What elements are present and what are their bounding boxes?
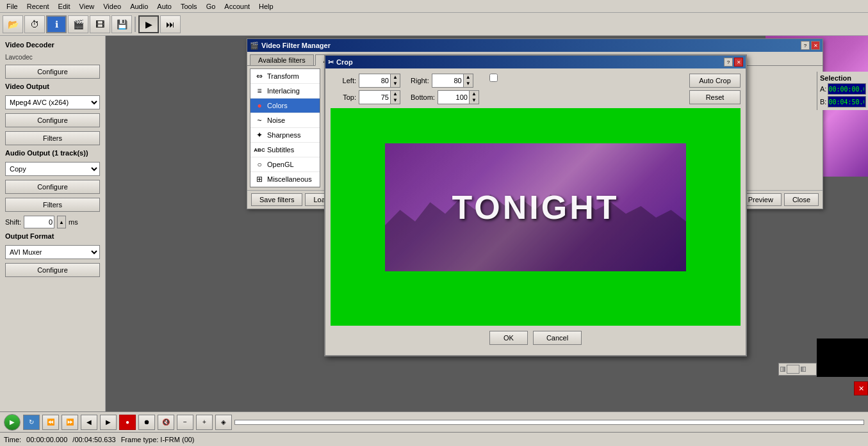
vfm-help-button[interactable]: ? [801, 41, 810, 50]
mute-button[interactable]: 🔇 [158, 415, 174, 430]
menu-audio[interactable]: Audio [126, 1, 152, 12]
tab-available-filters[interactable]: Available filters [250, 54, 314, 65]
filter-subtitles-label: Subtitles [267, 146, 294, 154]
filter-colors[interactable]: ● Colors [250, 99, 320, 113]
audio-select[interactable]: Copy [5, 162, 100, 176]
filter-sidebar: ⇔ Transform ≡ Interlacing ● Colors ~ Noi… [250, 68, 320, 187]
top-input[interactable] [359, 91, 390, 104]
configure-output-button[interactable]: Configure [5, 113, 100, 127]
shift-input[interactable] [24, 216, 54, 228]
bottom-input-wrap: ▲ ▼ [438, 90, 479, 104]
top-label: Top: [331, 93, 356, 101]
export-button[interactable]: 💾 [111, 15, 132, 33]
save-filters-button[interactable]: Save filters [251, 193, 302, 206]
filter-opengl[interactable]: ○ OpenGL [250, 157, 320, 172]
ms-label: ms [69, 218, 78, 226]
bookmark-button[interactable]: ◈ [215, 415, 232, 430]
rec-button[interactable]: ● [119, 415, 136, 430]
reset-button[interactable]: Reset [689, 90, 741, 104]
filter-interlacing-label: Interlacing [267, 87, 300, 95]
film-button[interactable]: 🎞 [90, 15, 110, 33]
volume-thumb[interactable] [787, 365, 799, 374]
format-select[interactable]: AVI Muxer [5, 245, 100, 259]
right-input[interactable] [432, 74, 463, 87]
top-spin-down[interactable]: ▼ [391, 97, 400, 104]
bottom-input[interactable] [438, 91, 469, 104]
configure-audio-button[interactable]: Configure [5, 180, 100, 194]
segment-button[interactable]: ⏺ [138, 415, 155, 430]
forward5s-button[interactable]: ⏩ [61, 415, 78, 430]
filter-subtitles[interactable]: ABC Subtitles [250, 143, 320, 157]
right-spin: ▲ ▼ [463, 74, 473, 87]
configure-format-button[interactable]: Configure [5, 263, 100, 277]
menu-help[interactable]: Help [255, 1, 277, 12]
crop-help-button[interactable]: ? [724, 58, 733, 67]
open-button[interactable]: 📂 [3, 15, 23, 33]
vfm-body: ⇔ Transform ≡ Interlacing ● Colors ~ Noi… [247, 66, 823, 190]
a-input[interactable] [828, 83, 866, 95]
left-input[interactable] [359, 74, 390, 87]
top-spin-up[interactable]: ▲ [391, 91, 400, 97]
statusbar: Time: 00:00:00.000 /00:04:50.633 Frame t… [0, 432, 868, 446]
menu-auto[interactable]: Auto [153, 1, 176, 12]
audio-filters-button[interactable]: Filters [5, 198, 100, 212]
recent-button[interactable]: ⏱ [24, 15, 45, 33]
loop-ctrl-button[interactable]: ↻ [23, 415, 40, 430]
back5s-button[interactable]: ⏪ [42, 415, 59, 430]
vol-down-button[interactable]: − [177, 415, 193, 430]
menu-account[interactable]: Account [220, 1, 254, 12]
filter-transform[interactable]: ⇔ Transform [250, 69, 320, 84]
b-label: B: [820, 98, 826, 106]
bottom-spin: ▲ ▼ [469, 91, 479, 104]
close-red-button[interactable]: ✕ [854, 381, 868, 395]
back1f-button[interactable]: ◀ [81, 415, 97, 430]
noise-icon: ~ [254, 115, 265, 125]
shift-spin[interactable]: ▲ [57, 216, 66, 228]
vfm-close-button[interactable]: ✕ [811, 41, 820, 50]
bottom-spin-up[interactable]: ▲ [470, 91, 479, 97]
selection-panel: Selection A: B: [817, 72, 868, 110]
skip-button[interactable]: ⏭ [160, 15, 181, 33]
menu-video[interactable]: Video [99, 1, 125, 12]
close-vfm-button[interactable]: Close [784, 193, 819, 206]
left-spin-up[interactable]: ▲ [391, 74, 400, 81]
menu-go[interactable]: Go [202, 1, 220, 12]
subtitles-icon: ABC [254, 145, 265, 155]
shift-label: Shift: [5, 218, 21, 226]
menu-view[interactable]: View [76, 1, 99, 12]
filter-interlacing[interactable]: ≡ Interlacing [250, 84, 320, 99]
right-spin-up[interactable]: ▲ [464, 74, 473, 81]
filter-sharpness[interactable]: ✦ Sharpness [250, 128, 320, 143]
cancel-button[interactable]: Cancel [533, 331, 582, 345]
a-label: A: [820, 85, 826, 93]
menu-tools[interactable]: Tools [177, 1, 201, 12]
right-spin-down[interactable]: ▼ [464, 81, 473, 87]
bottom-spin-down[interactable]: ▼ [470, 97, 479, 104]
b-input[interactable] [828, 96, 866, 108]
progress-bar[interactable] [234, 420, 864, 425]
center-area: 🎬 Video Filter Manager ? ✕ Available fil… [106, 36, 868, 411]
ok-button[interactable]: OK [489, 331, 528, 345]
filter-noise-label: Noise [267, 116, 285, 124]
menu-recent[interactable]: Recent [23, 1, 53, 12]
crop-close-button[interactable]: ✕ [734, 58, 743, 67]
codec-select[interactable]: Mpeg4 AVC (x264) [5, 95, 100, 109]
play-mode-button[interactable]: ▶ [138, 15, 159, 33]
filters-button[interactable]: Filters [5, 131, 100, 145]
crop-checkbox[interactable] [489, 74, 498, 82]
vol-up-button[interactable]: + [196, 415, 213, 430]
time-value: 00:00:00.000 [26, 436, 67, 443]
configure-decoder-button[interactable]: Configure [5, 65, 100, 79]
filter-misc[interactable]: ⊞ Miscellaneous [250, 172, 320, 187]
menu-edit[interactable]: Edit [54, 1, 74, 12]
auto-crop-button[interactable]: Auto Crop [689, 74, 741, 88]
forward1f-button[interactable]: ▶ [100, 415, 117, 430]
lavcodec-label: Lavcodec [5, 54, 100, 61]
play-button[interactable]: ▶ [4, 414, 20, 431]
menu-file[interactable]: File [3, 1, 22, 12]
info-button[interactable]: ℹ [46, 15, 67, 33]
vfm-title: Video Filter Manager [261, 42, 331, 49]
left-spin-down[interactable]: ▼ [391, 81, 400, 87]
video-button[interactable]: 🎬 [68, 15, 88, 33]
filter-noise[interactable]: ~ Noise [250, 113, 320, 128]
